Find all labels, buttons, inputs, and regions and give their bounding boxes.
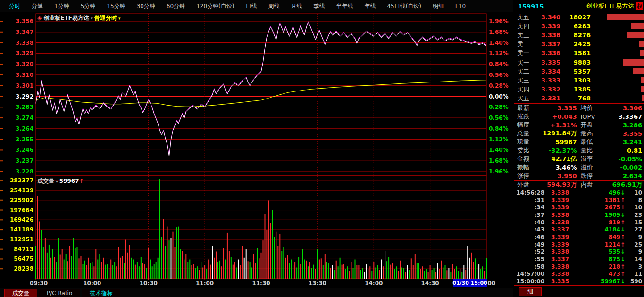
tick-row[interactable]: :55 3.337 875↓ 14 — [514, 256, 644, 263]
bid-row[interactable]: 买一 3.335 9883 — [514, 58, 644, 67]
tick-time: :43 — [516, 226, 544, 233]
depth-bar — [631, 23, 644, 29]
direction-arrow-icon: ↑ — [620, 241, 625, 248]
stat-label: 涨跌 — [517, 112, 537, 121]
axis-tick — [0, 32, 3, 33]
menu-item[interactable]: 30分钟 — [131, 2, 161, 10]
pct-axis-label: 1.68% — [489, 157, 509, 164]
axis-tick — [0, 229, 3, 230]
tick-row[interactable]: :31 3.339 1381↑ 8 — [514, 197, 644, 204]
chart-symbol-header[interactable]: ◈ 创业板ETF易方达 ▾ 普通分时 ▾ — [37, 15, 121, 21]
axis-tick — [0, 107, 3, 107]
price-axis-label: 3.283 — [16, 104, 33, 110]
ask-row[interactable]: 卖五 3.340 18027 — [514, 13, 644, 22]
price-axis-label: 3.255 — [16, 136, 33, 143]
tick-time: :34 — [516, 204, 544, 211]
bid-row[interactable]: 买二 3.334 5357 — [514, 67, 644, 76]
bid-row[interactable]: 买四 3.332 1385 — [514, 85, 644, 94]
bid-price: 3.331 — [534, 95, 560, 102]
tick-time: :40 — [516, 219, 544, 226]
detail-tab[interactable]: 细 — [519, 287, 542, 296]
tick-time: :37 — [516, 212, 544, 218]
rights-badge[interactable]: 权 — [636, 2, 643, 10]
tick-time: :49 — [516, 241, 544, 248]
bid-row[interactable]: 买五 3.331 768 — [514, 94, 644, 103]
volume-axis-label: 169426 — [10, 216, 33, 223]
tick-row[interactable]: :58 3.338 218↑ 3 — [514, 263, 644, 271]
menu-item[interactable]: 1分钟 — [49, 2, 75, 10]
axis-tick — [0, 258, 3, 259]
pct-axis-label: 0.84% — [489, 61, 509, 67]
tick-row[interactable]: :46 3.339 849↑ 9 — [514, 233, 644, 241]
axis-tick — [0, 190, 3, 191]
menu-item[interactable]: 分时 — [3, 2, 26, 10]
axis-tick — [0, 239, 3, 240]
menubar: 分时 分笔 1分钟 5分钟 15分钟 30分钟 60分钟 120分钟(自设) 日… — [0, 0, 513, 12]
menu-item[interactable]: 季线 — [308, 2, 330, 10]
menu-item[interactable]: 15分钟 — [101, 2, 131, 10]
tick-row[interactable]: :43 3.337 4184↓ 27 — [514, 226, 644, 233]
ask-price: 3.338 — [534, 32, 560, 39]
tick-time: :31 — [516, 197, 544, 204]
bid-volume: 768 — [560, 95, 591, 102]
ask-row[interactable]: 卖四 3.339 6283 — [514, 22, 644, 31]
tick-row[interactable]: :49 3.339 1214↑ 25 — [514, 241, 644, 248]
bid-volume: 9883 — [560, 59, 591, 66]
tick-row[interactable]: 14:57:00 3.338 473↑ 11 — [514, 271, 644, 278]
tick-time: 14:57:00 — [516, 271, 544, 277]
tick-price: 3.339 — [544, 241, 569, 248]
stock-code[interactable]: 159915 — [518, 3, 544, 10]
chart-tab[interactable]: 技术指标 — [82, 289, 120, 297]
menu-item[interactable]: 明细 — [427, 2, 450, 10]
depth-bar — [642, 95, 644, 101]
menu-item[interactable]: 半年线 — [330, 2, 359, 10]
price-axis-label: 3.310 — [16, 72, 33, 78]
menu-item[interactable]: 分笔 — [26, 2, 49, 10]
volume-axis-label: 197664 — [10, 207, 33, 214]
axis-tick — [0, 96, 3, 97]
chart-canvas[interactable]: 3.3561.96%3.3471.68%3.3381.40%3.3291.12%… — [0, 13, 513, 287]
depth-bar — [641, 86, 644, 92]
stat-row: 涨停 3.950 跌停 2.634 — [514, 172, 644, 180]
menu-item[interactable]: 年线 — [359, 2, 381, 10]
menu-item[interactable]: 5分钟 — [75, 2, 101, 10]
menu-item[interactable]: F10 — [450, 3, 471, 9]
menu-item[interactable]: 60分钟 — [161, 2, 191, 10]
volume-indicator-header[interactable]: 成交量 ▾ 59967↑ — [37, 178, 84, 184]
pct-axis-label: 1.96% — [489, 168, 509, 175]
axis-tick — [0, 200, 3, 201]
tick-row[interactable]: :37 3.338 1909↓ 23 — [514, 211, 644, 219]
menu-item[interactable]: 日线 — [240, 2, 262, 10]
ask-row[interactable]: 卖二 3.337 2425 — [514, 40, 644, 49]
ask-row[interactable]: 卖一 3.336 1581 — [514, 49, 644, 58]
tick-price: 3.335 — [544, 278, 569, 285]
chart-tab[interactable]: 成交量 — [4, 289, 37, 297]
menu-item[interactable]: 月线 — [285, 2, 308, 10]
ask-volume: 2425 — [560, 41, 591, 48]
price-axis-label: 3.338 — [16, 40, 33, 46]
price-axis-label: 3.329 — [16, 50, 33, 57]
pct-axis-label: 1.68% — [489, 29, 509, 35]
bid-row[interactable]: 买三 3.333 1303 — [514, 76, 644, 85]
chart-tab[interactable]: P/C Ratio — [39, 289, 80, 297]
time-axis-label: 10:30 — [140, 280, 158, 287]
intraday-chart[interactable]: 3.3561.96%3.3471.68%3.3381.40%3.3291.12%… — [0, 13, 513, 287]
tick-row[interactable]: :52 3.338 535↓ 9 — [514, 248, 644, 256]
time-axis-label: 13:30 — [309, 280, 326, 287]
stat-label: 金额 — [517, 155, 537, 163]
ask-row[interactable]: 卖三 3.338 8276 — [514, 31, 644, 40]
menu-item[interactable]: 120分钟(自设) — [191, 2, 240, 10]
stat-value: 2.634 — [602, 173, 643, 180]
tick-row[interactable]: :34 3.339 2675↑ 10 — [514, 204, 644, 211]
tick-row[interactable]: :40 3.338 819↑ 15 — [514, 219, 644, 226]
menu-item[interactable]: 周线 — [262, 2, 285, 10]
tick-row[interactable]: 15:00:00 3.335 59967↓ 590 — [514, 278, 644, 285]
order-book: 卖五 3.340 18027 卖四 3.339 6283 卖三 — [514, 13, 644, 103]
direction-arrow-icon: ↑ — [620, 204, 625, 211]
stat-value: 3.241 — [602, 139, 643, 146]
quote-panel: 159915 创业板ETF易方达 权 卖五 3.340 18027 卖四 3. — [514, 0, 644, 297]
price-axis-label: 3.356 — [16, 18, 33, 25]
tick-row[interactable]: 14:56:28 3.338 496↓ 10 — [514, 189, 644, 197]
menu-item[interactable]: 45日线(自设) — [381, 2, 427, 10]
tick-volume: 473↑ — [569, 271, 625, 277]
